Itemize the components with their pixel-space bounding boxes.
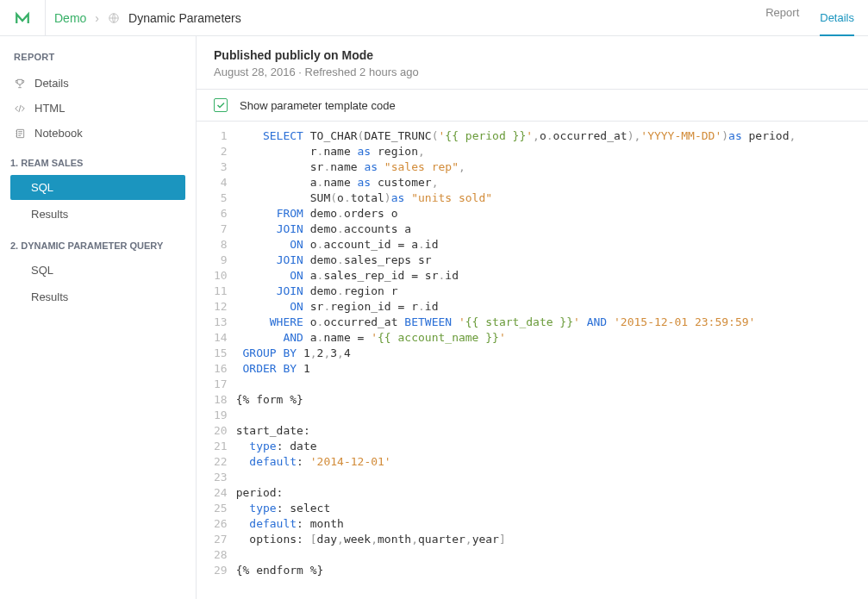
sub-item-sql-1[interactable]: SQL (10, 175, 185, 200)
code-icon (14, 103, 26, 115)
section-title-2: 2. DYNAMIC PARAMETER QUERY (0, 228, 196, 256)
chevron-right-icon: › (95, 11, 99, 25)
notebook-icon (14, 128, 26, 140)
sidebar-item-label: HTML (34, 102, 65, 115)
trophy-icon (14, 78, 26, 90)
show-template-checkbox[interactable] (214, 98, 228, 112)
topbar: Demo › Dynamic Parameters Report Details (0, 0, 868, 36)
code-lines: SELECT TO_CHAR(DATE_TRUNC('{{ period }}'… (236, 128, 868, 592)
sub-item-sql-2[interactable]: SQL (10, 258, 185, 283)
checkbox-row: Show parameter template code (197, 89, 868, 122)
published-title: Published publicly on Mode (214, 48, 851, 62)
published-subtitle: August 28, 2016 · Refreshed 2 hours ago (214, 66, 851, 78)
section-title-1: 1. REAM SALES (0, 146, 196, 173)
tab-report[interactable]: Report (765, 6, 799, 29)
sidebar-item-details[interactable]: Details (0, 71, 196, 96)
divider (45, 0, 46, 36)
logo-icon[interactable] (14, 9, 31, 27)
code-editor[interactable]: 1234567891011121314151617181920212223242… (197, 122, 868, 599)
main: REPORT Details HTML Notebook 1. REAM SAL… (0, 36, 868, 599)
line-gutter: 1234567891011121314151617181920212223242… (197, 128, 236, 592)
page-title: Dynamic Parameters (128, 11, 241, 25)
sidebar-item-label: Details (34, 77, 69, 90)
checkbox-label: Show parameter template code (240, 99, 396, 112)
sidebar-item-notebook[interactable]: Notebook (0, 121, 196, 146)
topbar-tabs: Report Details (765, 6, 854, 29)
sidebar: REPORT Details HTML Notebook 1. REAM SAL… (0, 36, 197, 599)
sub-item-results-2[interactable]: Results (10, 284, 185, 309)
sidebar-item-html[interactable]: HTML (0, 96, 196, 121)
globe-icon (108, 12, 120, 24)
sidebar-header: REPORT (0, 47, 196, 71)
sub-item-results-1[interactable]: Results (10, 202, 185, 227)
topbar-left: Demo › Dynamic Parameters (14, 0, 241, 36)
content: Published publicly on Mode August 28, 20… (197, 36, 868, 599)
sidebar-item-label: Notebook (34, 127, 83, 140)
content-header: Published publicly on Mode August 28, 20… (197, 36, 868, 89)
breadcrumb-root[interactable]: Demo (54, 11, 86, 25)
tab-details[interactable]: Details (820, 11, 854, 36)
